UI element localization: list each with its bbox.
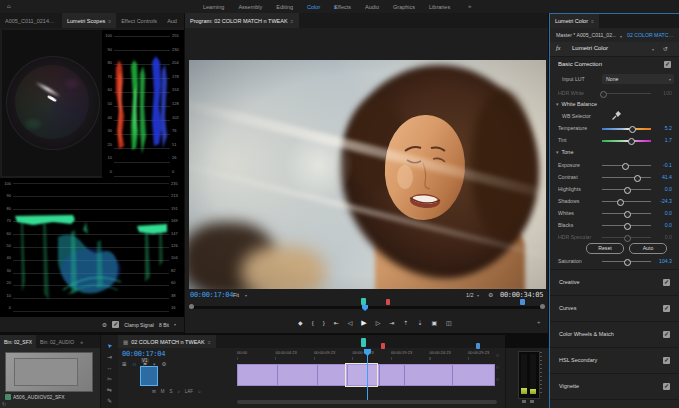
mark-in-button[interactable]: {: [312, 318, 314, 328]
slider-value[interactable]: 104.3: [651, 258, 672, 264]
reset-button[interactable]: Reset: [586, 243, 624, 254]
tool-button[interactable]: ✂: [107, 376, 112, 382]
selected-clip[interactable]: [345, 363, 378, 387]
eyedropper-icon[interactable]: [612, 111, 621, 120]
program-zoom-caret-icon[interactable]: ▾: [245, 293, 247, 298]
master-caret-icon[interactable]: ▾: [620, 34, 622, 39]
tab-lumetri-color[interactable]: Lumetri Color≡: [550, 13, 599, 28]
track-target-toggle[interactable]: ○: [496, 352, 499, 358]
tool-button[interactable]: ↔: [107, 365, 113, 371]
bin-refresh-icon[interactable]: ↻: [2, 401, 6, 407]
hsl-secondary-checkbox[interactable]: ✓: [663, 357, 670, 364]
tab-effect-controls[interactable]: Effect Controls: [116, 13, 162, 28]
basic-correction-checkbox[interactable]: ✓: [664, 61, 671, 68]
tab-bin-sfx[interactable]: Bin: 02_SFX: [0, 335, 36, 348]
slider-value[interactable]: 5.2: [651, 125, 672, 131]
tab-audio[interactable]: Aud: [162, 13, 182, 28]
section-curves[interactable]: Curves ✓: [550, 295, 678, 322]
timeline-header-icon[interactable]: ⊞: [122, 361, 127, 367]
clamp-signal-checkbox[interactable]: ✓: [112, 321, 119, 328]
add-marker-button[interactable]: ◆: [298, 318, 303, 328]
program-current-timecode[interactable]: 00:00:17:04: [190, 291, 233, 299]
track-button[interactable]: ⊞: [152, 389, 156, 394]
scrubber-left-handle[interactable]: [189, 304, 194, 309]
creative-checkbox[interactable]: ✓: [663, 279, 670, 286]
effect-reset-icon[interactable]: ↺: [663, 45, 668, 52]
panel-menu-icon[interactable]: ≡: [591, 18, 594, 24]
program-zoom-select[interactable]: Fit: [233, 292, 239, 298]
saturation-slider[interactable]: [602, 258, 651, 265]
resolution-caret-icon[interactable]: ▾: [477, 293, 479, 298]
program-marker-teal[interactable]: [361, 298, 366, 305]
slider-value[interactable]: 0.0: [651, 210, 672, 216]
workspace-menu-icon[interactable]: ≡: [334, 4, 337, 10]
panel-menu-icon[interactable]: ≡: [291, 18, 294, 24]
meter-solo-button[interactable]: [530, 400, 534, 403]
workspace-tab[interactable]: Editing: [276, 4, 293, 10]
tool-button[interactable]: ➤: [106, 342, 114, 350]
contrast-slider[interactable]: [602, 174, 651, 181]
tab-lumetri-scopes[interactable]: Lumetri Scopes≡: [62, 13, 116, 28]
panel-menu-icon[interactable]: ≡: [108, 18, 111, 24]
export-frame-button[interactable]: ▣: [431, 318, 437, 328]
program-scrubber-track[interactable]: [192, 306, 544, 309]
workspace-overflow-icon[interactable]: »: [468, 3, 471, 9]
vignette-checkbox[interactable]: ✓: [663, 383, 670, 390]
bin-item-row[interactable]: A506_AUDIOV02_SFX: [5, 393, 97, 401]
tab-program-monitor[interactable]: Program: 02 COLOR MATCH n TWEAK≡: [185, 13, 299, 28]
color-wheels-checkbox[interactable]: ✓: [663, 331, 670, 338]
tool-button[interactable]: ✎: [107, 398, 112, 404]
timeline-playhead-line[interactable]: [367, 355, 368, 403]
comparison-view-button[interactable]: ◫: [446, 318, 452, 328]
tone-header[interactable]: ▾Tone: [556, 149, 573, 155]
highlights-slider[interactable]: [602, 186, 651, 193]
go-to-out-button[interactable]: ⇥: [389, 318, 394, 328]
step-back-button[interactable]: ◁: [348, 318, 353, 328]
section-vignette[interactable]: Vignette ✓: [550, 373, 678, 400]
mark-out-button[interactable]: }: [323, 318, 325, 328]
workspace-tab[interactable]: Assembly: [238, 4, 262, 10]
input-lut-dropdown[interactable]: None ▾: [602, 74, 674, 84]
bin-item-label[interactable]: A506_AUDIOV02_SFX: [13, 394, 65, 400]
source-patch-block[interactable]: [140, 366, 158, 386]
sequence-marker-teal[interactable]: [361, 338, 366, 347]
slider-value[interactable]: 0.0: [651, 186, 672, 192]
extract-button[interactable]: ⇣: [417, 318, 422, 328]
effect-name[interactable]: Lumetri Color: [572, 45, 608, 51]
section-hsl-secondary[interactable]: HSL Secondary ✓: [550, 347, 678, 374]
meter-mute-button[interactable]: [522, 400, 526, 403]
tool-button[interactable]: ⇆: [107, 387, 112, 393]
slider-value[interactable]: -0.1: [651, 162, 672, 168]
slider-value[interactable]: 1.7: [651, 137, 672, 143]
program-marker-red[interactable]: [386, 299, 390, 305]
temperature-slider[interactable]: [602, 125, 651, 132]
playback-resolution-select[interactable]: 1/2: [466, 292, 474, 298]
track-button[interactable]: M: [161, 389, 165, 394]
track-button[interactable]: S: [170, 389, 173, 394]
track-button[interactable]: LAF: [185, 389, 193, 394]
scopes-settings-icon[interactable]: ⚙: [102, 321, 107, 328]
bit-depth-value[interactable]: 8 Bit: [159, 322, 169, 328]
curves-checkbox[interactable]: ✓: [663, 305, 670, 312]
exposure-slider[interactable]: [602, 162, 651, 169]
timeline-scrollbar[interactable]: [237, 400, 497, 404]
shadows-slider[interactable]: [602, 198, 651, 205]
home-icon[interactable]: ⌂: [7, 3, 11, 9]
workspace-tab[interactable]: Audio: [365, 4, 379, 10]
slider-value[interactable]: 41.4: [651, 174, 672, 180]
master-clip-label[interactable]: Master * A005_C011_02...: [556, 32, 616, 38]
lift-button[interactable]: ⇡: [403, 318, 408, 328]
timeline-header-icon[interactable]: ∩: [133, 361, 137, 367]
workspace-tab[interactable]: Color: [307, 4, 320, 10]
workspace-tab[interactable]: Libraries: [429, 4, 450, 10]
track-button[interactable]: ○: [198, 389, 201, 394]
track-v1-label[interactable]: V1: [141, 358, 149, 363]
tab-bin-audio[interactable]: Bin: 02_AUDIO: [36, 335, 78, 348]
clip-thumbnail[interactable]: [5, 352, 93, 392]
tab-sequence[interactable]: ▦ 02 COLOR MATCH n TWEAK ≡: [118, 335, 216, 348]
program-playhead[interactable]: [362, 305, 368, 311]
tint-slider[interactable]: [602, 137, 651, 144]
scrubber-right-handle[interactable]: [540, 304, 545, 309]
bit-depth-caret-icon[interactable]: ▾: [174, 322, 176, 327]
tab-source-clip[interactable]: A005_C011_021450.mov: [0, 13, 62, 28]
